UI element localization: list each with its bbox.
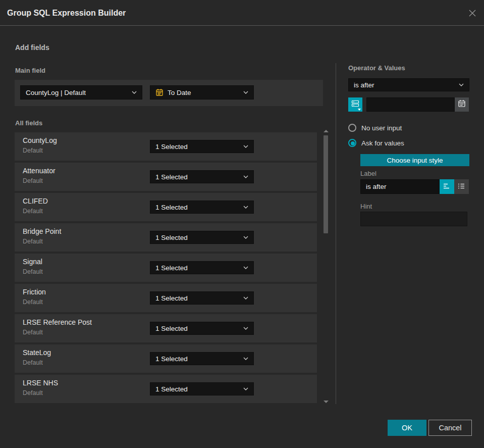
radio-label: Ask for values	[361, 139, 404, 147]
calendar-icon	[458, 99, 466, 110]
all-fields-heading: All fields	[15, 119, 42, 127]
group-sql-expression-builder-dialog: Group SQL Expression Builder Add fields …	[0, 0, 484, 448]
value-source-button[interactable]	[348, 97, 362, 112]
list-scrollbar[interactable]	[321, 128, 331, 405]
chevron-down-icon	[243, 145, 248, 148]
label-caption: Label	[360, 170, 377, 177]
cancel-button[interactable]: Cancel	[428, 420, 472, 436]
main-field-select-value: CountyLog | Default	[26, 89, 86, 96]
chevron-down-icon	[243, 387, 248, 390]
scroll-up-icon[interactable]	[324, 130, 329, 132]
chevron-down-icon	[243, 236, 248, 239]
chevron-down-icon	[243, 91, 248, 94]
chevron-down-icon	[243, 357, 248, 360]
radio-circle-icon	[348, 139, 356, 147]
chevron-down-icon	[358, 109, 361, 111]
field-name: CLIFED	[23, 197, 48, 205]
date-value-input[interactable]	[366, 97, 455, 112]
operator-select[interactable]: is after	[348, 78, 469, 91]
radio-ask-for-values[interactable]: Ask for values	[348, 139, 404, 147]
field-subtitle: Default	[23, 177, 43, 184]
chevron-down-icon	[243, 296, 248, 300]
field-subtitle: Default	[23, 147, 43, 154]
field-selected-value: 1 Selected	[155, 264, 188, 272]
field-name: CountyLog	[23, 136, 57, 144]
bullet-list-icon	[458, 182, 465, 191]
date-field-select[interactable]: To Date	[150, 85, 254, 99]
field-selected-value: 1 Selected	[155, 234, 188, 241]
field-subtitle: Default	[23, 208, 43, 215]
field-subtitle: Default	[23, 238, 43, 245]
close-icon[interactable]	[468, 9, 477, 18]
dialog-title: Group SQL Expression Builder	[7, 0, 126, 26]
bullet-list-toggle[interactable]	[454, 179, 469, 194]
field-selected-dropdown[interactable]: 1 Selected	[150, 201, 254, 214]
ok-button[interactable]: OK	[388, 420, 426, 436]
field-row: StateLog Default 1 Selected	[15, 344, 317, 373]
field-name: Signal	[23, 258, 42, 266]
field-name: LRSE NHS	[23, 379, 58, 387]
field-selected-value: 1 Selected	[155, 355, 188, 363]
chevron-down-icon	[243, 327, 248, 330]
chevron-down-icon	[459, 83, 464, 86]
date-picker-button[interactable]	[455, 97, 469, 112]
field-row: CountyLog Default 1 Selected	[15, 132, 317, 161]
field-selected-dropdown[interactable]: 1 Selected	[150, 322, 254, 335]
field-name: StateLog	[23, 349, 51, 357]
field-row: Bridge Point Default 1 Selected	[15, 223, 317, 252]
align-left-toggle[interactable]	[440, 179, 454, 194]
field-selected-value: 1 Selected	[155, 294, 188, 302]
field-row: Friction Default 1 Selected	[15, 284, 317, 312]
add-fields-heading: Add fields	[15, 43, 49, 52]
field-selected-value: 1 Selected	[155, 204, 188, 211]
radio-no-user-input[interactable]: No user input	[348, 124, 402, 132]
field-name: Bridge Point	[23, 227, 61, 235]
hint-input[interactable]	[360, 212, 467, 226]
chevron-down-icon	[243, 266, 248, 269]
label-input[interactable]	[360, 179, 440, 194]
field-selected-value: 1 Selected	[155, 173, 188, 181]
field-subtitle: Default	[23, 298, 43, 306]
stacked-rows-icon	[351, 99, 359, 110]
panel-divider	[336, 63, 336, 404]
field-selected-value: 1 Selected	[155, 325, 188, 332]
field-row: Signal Default 1 Selected	[15, 254, 317, 282]
main-field-panel: CountyLog | Default To Date	[15, 80, 323, 106]
field-selected-dropdown[interactable]: 1 Selected	[150, 170, 254, 183]
field-selected-dropdown[interactable]: 1 Selected	[150, 291, 254, 305]
title-bar: Group SQL Expression Builder	[0, 0, 484, 26]
operator-values-heading: Operator & Values	[348, 64, 405, 72]
field-selected-dropdown[interactable]: 1 Selected	[150, 352, 254, 365]
field-subtitle: Default	[23, 329, 43, 336]
field-selected-value: 1 Selected	[155, 143, 188, 151]
field-row: LRSE NHS Default 1 Selected	[15, 375, 317, 403]
main-field-select[interactable]: CountyLog | Default	[20, 85, 142, 99]
field-name: Attenuator	[23, 167, 56, 175]
field-name: Friction	[23, 288, 46, 296]
field-row: LRSE Reference Post Default 1 Selected	[15, 314, 317, 342]
radio-label: No user input	[361, 124, 402, 132]
field-selected-dropdown[interactable]: 1 Selected	[150, 231, 254, 244]
scrollbar-thumb[interactable]	[324, 135, 328, 233]
hint-caption: Hint	[360, 203, 372, 210]
calendar-icon	[155, 88, 164, 96]
all-fields-list: CountyLog Default 1 Selected Attenuator …	[15, 132, 317, 405]
field-row: Attenuator Default 1 Selected	[15, 163, 317, 191]
field-name: LRSE Reference Post	[23, 318, 92, 326]
operator-select-value: is after	[354, 81, 374, 89]
radio-circle-icon	[348, 124, 356, 132]
align-left-icon	[443, 182, 451, 191]
field-subtitle: Default	[23, 389, 43, 396]
field-selected-value: 1 Selected	[155, 385, 188, 393]
field-row: CLIFED Default 1 Selected	[15, 193, 317, 221]
field-subtitle: Default	[23, 268, 43, 275]
chevron-down-icon	[243, 175, 248, 178]
field-selected-dropdown[interactable]: 1 Selected	[150, 140, 254, 153]
choose-input-style-button[interactable]: Choose input style	[360, 154, 469, 166]
field-selected-dropdown[interactable]: 1 Selected	[150, 382, 254, 395]
chevron-down-icon	[243, 206, 248, 209]
main-field-heading: Main field	[15, 67, 45, 74]
field-selected-dropdown[interactable]: 1 Selected	[150, 261, 254, 274]
date-field-select-value: To Date	[168, 89, 191, 96]
scroll-down-icon[interactable]	[324, 401, 329, 403]
